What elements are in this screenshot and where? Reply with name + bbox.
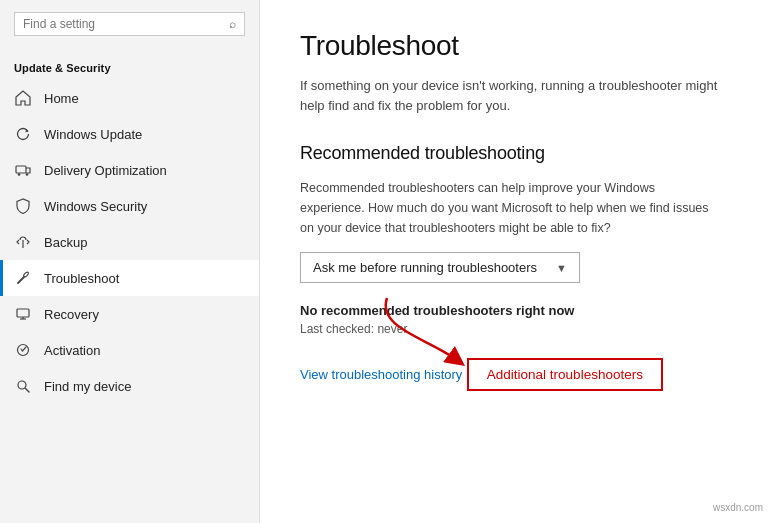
sidebar: ⌕ Update & Security Home Windows Update [0, 0, 260, 523]
search-icon: ⌕ [229, 17, 236, 31]
svg-point-2 [26, 173, 29, 176]
sidebar-item-home-label: Home [44, 91, 79, 106]
last-checked-text: Last checked: never [300, 322, 735, 336]
svg-point-1 [18, 173, 21, 176]
additional-troubleshooters-button[interactable]: Additional troubleshooters [467, 358, 663, 391]
svg-point-9 [18, 381, 26, 389]
section-label: Update & Security [0, 58, 259, 80]
sidebar-item-windows-security-label: Windows Security [44, 199, 147, 214]
sidebar-item-recovery[interactable]: Recovery [0, 296, 259, 332]
delivery-icon [14, 161, 32, 179]
watermark: wsxdn.com [709, 500, 767, 515]
svg-rect-0 [16, 166, 26, 173]
home-icon [14, 89, 32, 107]
troubleshoot-dropdown[interactable]: Ask me before running troubleshooters ▼ [300, 252, 580, 283]
sidebar-item-activation[interactable]: Activation [0, 332, 259, 368]
view-history-link[interactable]: View troubleshooting history [300, 367, 462, 382]
recovery-icon [14, 305, 32, 323]
sidebar-item-backup-label: Backup [44, 235, 87, 250]
dropdown-value: Ask me before running troubleshooters [313, 260, 537, 275]
svg-rect-5 [17, 309, 29, 317]
sidebar-item-windows-security[interactable]: Windows Security [0, 188, 259, 224]
sidebar-item-troubleshoot-label: Troubleshoot [44, 271, 119, 286]
recommended-heading: Recommended troubleshooting [300, 143, 735, 164]
sidebar-item-delivery-label: Delivery Optimization [44, 163, 167, 178]
sidebar-item-delivery-optimization[interactable]: Delivery Optimization [0, 152, 259, 188]
refresh-icon [14, 125, 32, 143]
search-box[interactable]: ⌕ [14, 12, 245, 36]
page-title: Troubleshoot [300, 30, 735, 62]
sidebar-item-troubleshoot[interactable]: Troubleshoot [0, 260, 259, 296]
no-recommended-text: No recommended troubleshooters right now [300, 303, 735, 318]
backup-icon [14, 233, 32, 251]
dropdown-wrap: Ask me before running troubleshooters ▼ [300, 252, 735, 283]
sidebar-top: ⌕ [0, 0, 259, 58]
chevron-down-icon: ▼ [556, 262, 567, 274]
sidebar-item-recovery-label: Recovery [44, 307, 99, 322]
sidebar-item-windows-update-label: Windows Update [44, 127, 142, 142]
recommended-desc: Recommended troubleshooters can help imp… [300, 178, 720, 238]
svg-line-10 [26, 389, 30, 393]
sidebar-item-find-my-device-label: Find my device [44, 379, 131, 394]
main-content: Troubleshoot If something on your device… [260, 0, 775, 523]
sidebar-item-windows-update[interactable]: Windows Update [0, 116, 259, 152]
shield-icon [14, 197, 32, 215]
additional-btn-container: Additional troubleshooters [467, 358, 663, 391]
activation-icon [14, 341, 32, 359]
search-input[interactable] [23, 17, 229, 31]
find-icon [14, 377, 32, 395]
sidebar-item-backup[interactable]: Backup [0, 224, 259, 260]
sidebar-item-home[interactable]: Home [0, 80, 259, 116]
page-description: If something on your device isn't workin… [300, 76, 720, 115]
wrench-icon [14, 269, 32, 287]
sidebar-item-find-my-device[interactable]: Find my device [0, 368, 259, 404]
sidebar-item-activation-label: Activation [44, 343, 100, 358]
svg-line-4 [18, 277, 24, 283]
